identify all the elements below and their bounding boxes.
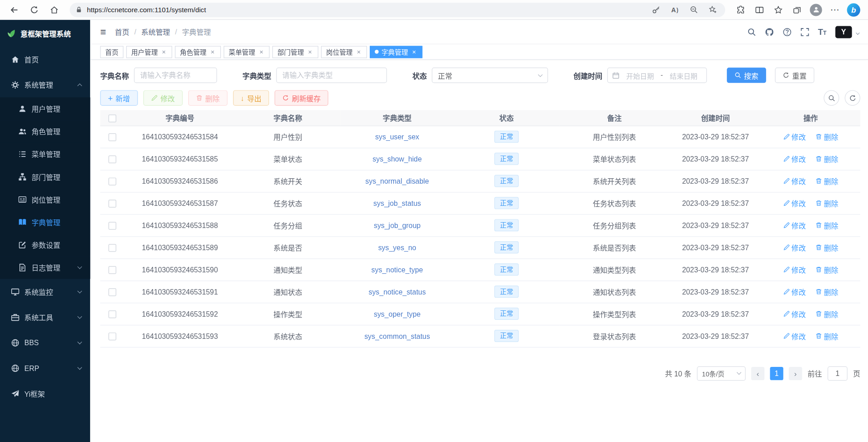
back-icon[interactable]	[5, 2, 23, 17]
select-all-checkbox[interactable]	[109, 114, 116, 122]
user-avatar[interactable]: Y	[835, 26, 852, 38]
github-icon[interactable]	[765, 28, 774, 37]
close-icon[interactable]: ×	[258, 48, 265, 55]
dict-type-link[interactable]: sys_user_sex	[375, 133, 419, 141]
row-delete-link[interactable]: 删除	[816, 198, 838, 208]
browser-menu-icon[interactable]: ⋯	[826, 2, 844, 17]
row-edit-link[interactable]: 修改	[783, 242, 806, 252]
row-checkbox[interactable]	[109, 155, 116, 163]
app-logo[interactable]: 意框架管理系统	[0, 20, 90, 47]
prev-page-button[interactable]: ‹	[751, 366, 764, 380]
sidebar-item-dict-mgmt[interactable]: 字典管理	[0, 211, 90, 233]
sidebar-item-tools[interactable]: 系统工具	[0, 304, 90, 330]
toggle-search-button[interactable]	[824, 90, 839, 105]
search-button[interactable]: 搜索	[727, 67, 766, 83]
row-checkbox[interactable]	[109, 177, 116, 185]
dict-type-link[interactable]: sys_notice_status	[368, 287, 425, 295]
tab-post-mgmt[interactable]: 岗位管理 ×	[321, 46, 367, 58]
breadcrumb-home[interactable]: 首页	[115, 27, 129, 37]
dict-type-link[interactable]: sys_job_status	[373, 199, 421, 207]
sidebar-item-param-settings[interactable]: 参数设置	[0, 233, 90, 256]
reset-button[interactable]: 重置	[775, 67, 815, 83]
row-checkbox[interactable]	[109, 133, 116, 141]
dict-type-link[interactable]: sys_notice_type	[372, 266, 423, 274]
row-delete-link[interactable]: 删除	[816, 176, 838, 186]
close-icon[interactable]: ×	[411, 48, 418, 55]
dict-type-link[interactable]: sys_job_group	[374, 221, 420, 229]
split-screen-icon[interactable]	[751, 2, 768, 17]
font-size-icon[interactable]	[818, 27, 827, 37]
bing-icon[interactable]: b	[845, 2, 863, 17]
sidebar-item-erp[interactable]: ERP	[0, 355, 90, 380]
row-edit-link[interactable]: 修改	[783, 132, 806, 142]
close-icon[interactable]: ×	[209, 48, 216, 55]
zoom-out-icon[interactable]	[687, 3, 701, 16]
extensions-icon[interactable]	[732, 2, 749, 17]
search-icon[interactable]	[747, 28, 756, 37]
row-edit-link[interactable]: 修改	[783, 220, 806, 230]
row-checkbox[interactable]	[109, 310, 116, 318]
row-delete-link[interactable]: 删除	[816, 242, 838, 252]
dict-type-input[interactable]	[276, 67, 387, 83]
tab-menu-mgmt[interactable]: 菜单管理 ×	[224, 46, 270, 58]
edit-button[interactable]: 修改	[143, 90, 183, 105]
tab-dept-mgmt[interactable]: 部门管理 ×	[272, 46, 319, 58]
sidebar-item-system-mgmt[interactable]: 系统管理	[0, 72, 90, 97]
row-delete-link[interactable]: 删除	[816, 286, 838, 297]
status-select[interactable]: 正常	[432, 67, 548, 83]
password-key-icon[interactable]	[649, 3, 663, 16]
row-checkbox[interactable]	[109, 288, 116, 296]
browser-home-icon[interactable]	[45, 2, 63, 17]
fullscreen-icon[interactable]	[800, 28, 809, 37]
sidebar-item-user-mgmt[interactable]: 用户管理	[0, 97, 90, 120]
sidebar-item-bbs[interactable]: BBS	[0, 330, 90, 355]
row-delete-link[interactable]: 删除	[816, 153, 838, 164]
close-icon[interactable]: ×	[161, 48, 167, 55]
row-edit-link[interactable]: 修改	[783, 264, 806, 275]
row-edit-link[interactable]: 修改	[783, 286, 806, 297]
address-bar[interactable]: https://ccnetcore.com:1101/system/dict A	[70, 3, 725, 17]
dict-name-input[interactable]	[134, 67, 217, 83]
export-button[interactable]: ↓ 导出	[233, 90, 269, 105]
reload-icon[interactable]	[25, 2, 43, 17]
breadcrumb-system-mgmt[interactable]: 系统管理	[141, 27, 170, 37]
question-icon[interactable]	[782, 28, 792, 37]
collections-icon[interactable]	[788, 2, 806, 17]
sidebar-item-home[interactable]: 首页	[0, 47, 90, 72]
tab-dict-mgmt[interactable]: 字典管理 ×	[370, 46, 422, 58]
dict-type-link[interactable]: sys_yes_no	[378, 243, 416, 252]
tab-role-mgmt[interactable]: 角色管理 ×	[175, 46, 221, 58]
tab-user-mgmt[interactable]: 用户管理 ×	[126, 46, 172, 58]
row-delete-link[interactable]: 删除	[816, 264, 838, 275]
dict-type-link[interactable]: sys_oper_type	[374, 309, 420, 318]
row-edit-link[interactable]: 修改	[783, 309, 806, 319]
row-edit-link[interactable]: 修改	[783, 331, 806, 341]
row-delete-link[interactable]: 删除	[816, 309, 838, 319]
dict-type-link[interactable]: sys_show_hide	[372, 155, 422, 163]
delete-button[interactable]: 删除	[188, 90, 228, 105]
date-range-picker[interactable]: 开始日期 - 结束日期	[607, 67, 707, 83]
sidebar-item-post-mgmt[interactable]: 岗位管理	[0, 188, 90, 211]
row-checkbox[interactable]	[109, 333, 116, 340]
sidebar-item-dept-mgmt[interactable]: 部门管理	[0, 166, 90, 188]
refresh-table-button[interactable]	[845, 90, 860, 105]
next-page-button[interactable]: ›	[789, 366, 802, 380]
tab-home[interactable]: 首页	[100, 46, 123, 58]
row-checkbox[interactable]	[109, 222, 116, 229]
add-button[interactable]: + 新增	[100, 90, 138, 105]
sidebar-item-menu-mgmt[interactable]: 菜单管理	[0, 143, 90, 166]
sidebar-item-yi-framework[interactable]: Yi框架	[0, 381, 90, 406]
dict-type-link[interactable]: sys_normal_disable	[365, 177, 429, 185]
row-edit-link[interactable]: 修改	[783, 198, 806, 208]
row-edit-link[interactable]: 修改	[783, 176, 806, 186]
row-edit-link[interactable]: 修改	[783, 153, 806, 164]
row-delete-link[interactable]: 删除	[816, 331, 838, 341]
read-aloud-icon[interactable]: A	[668, 3, 682, 16]
sidebar-item-log-mgmt[interactable]: 日志管理	[0, 256, 90, 279]
add-favorite-icon[interactable]	[705, 3, 720, 16]
sidebar-item-role-mgmt[interactable]: 角色管理	[0, 120, 90, 143]
dict-type-link[interactable]: sys_common_status	[364, 332, 430, 340]
refresh-cache-button[interactable]: 刷新缓存	[275, 90, 329, 105]
sidebar-item-monitor[interactable]: 系统监控	[0, 279, 90, 304]
row-delete-link[interactable]: 删除	[816, 220, 838, 230]
